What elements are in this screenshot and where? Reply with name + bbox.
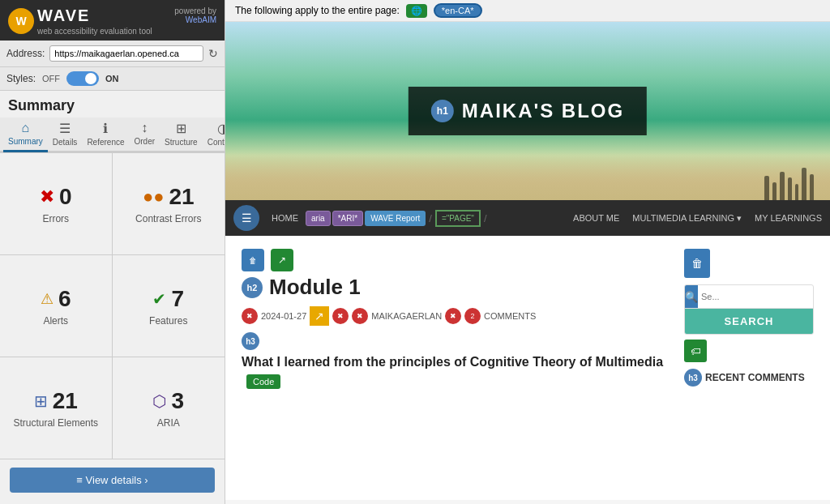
meta-badge2: ✖ — [332, 308, 349, 324]
top-bar: The following apply to the entire page: … — [225, 0, 830, 22]
search-button[interactable]: SEARCH — [685, 309, 813, 334]
h2-badge: h2 — [242, 277, 263, 298]
tab-summary-label: Summary — [8, 137, 43, 146]
nav-multimedia[interactable]: MULTIMEDIA LEARNING ▾ — [632, 213, 742, 224]
person-silhouette — [780, 172, 785, 200]
styles-label: Styles: — [6, 73, 36, 84]
wave-panel: W WAVE web accessibility evaluation tool… — [0, 0, 225, 504]
summary-icon: ⌂ — [22, 121, 30, 135]
person-silhouette — [764, 176, 769, 200]
nav-separator: / — [429, 212, 432, 224]
post-date: 2024-01-27 — [261, 311, 306, 321]
search-icon: 🔍 — [685, 291, 698, 303]
nav-bar: ☰ HOME aria *ARI* WAVE Report / ="PAGE" … — [225, 200, 830, 236]
nav-home[interactable]: HOME — [266, 210, 304, 226]
tab-order[interactable]: ↕ Order — [130, 117, 160, 152]
tab-contrast-label: Contrast — [208, 138, 225, 147]
nav-learnings[interactable]: MY LEARNINGS — [755, 213, 822, 223]
stat-features: ✔ 7 Features — [113, 255, 225, 357]
person-silhouette — [795, 184, 798, 200]
h1-badge: h1 — [431, 100, 454, 122]
tab-summary[interactable]: ⌂ Summary — [3, 117, 48, 152]
reference-icon: ℹ — [103, 121, 108, 136]
view-details-button[interactable]: ≡ View details › — [10, 468, 215, 493]
styles-off-label: OFF — [42, 74, 60, 83]
hero-image: h1 MAIKA'S BLOG — [225, 22, 830, 200]
tab-details[interactable]: ☰ Details — [48, 117, 83, 152]
search-input-row: 🔍 ✖ — [685, 285, 813, 309]
meta-arrow-badge: ↗ — [310, 306, 329, 326]
person-silhouette — [802, 168, 806, 200]
nav-list-icon: ☰ — [233, 205, 259, 231]
globe-icon: 🌐 — [411, 6, 422, 16]
sidebar-icon-row: 🗑 — [684, 249, 814, 278]
order-icon: ↕ — [141, 121, 148, 135]
meta-date-badge: ✖ — [242, 308, 258, 324]
powered-by: powered by WebAIM — [174, 6, 216, 24]
wave-logo: W WAVE web accessibility evaluation tool — [8, 6, 152, 36]
content-area: 🗑 ↗ h2 Module 1 ✖ 2024-01-27 ↗ — [225, 236, 830, 500]
person-silhouette — [788, 177, 792, 200]
recent-h3-badge: h3 — [684, 369, 702, 387]
meta-row: ✖ 2024-01-27 ↗ ✖ ✖ MAIKAGAERLAN ✖ 2 COMM… — [242, 306, 668, 326]
refresh-button[interactable]: ↻ — [208, 47, 218, 60]
summary-title: Summary — [0, 91, 225, 117]
wave-blue-icon: 🗑 — [242, 249, 264, 271]
person-silhouette — [772, 182, 777, 200]
structural-count: 21 — [53, 388, 78, 414]
recent-comments: h3 RECENT COMMENTS — [684, 369, 814, 387]
search-input[interactable] — [698, 288, 814, 305]
webaim-link[interactable]: WebAIM — [186, 15, 216, 24]
lang-tag: *en-CA* — [434, 3, 482, 18]
structural-label: Structural Elements — [13, 417, 98, 429]
wave-green-icon: ↗ — [271, 249, 293, 271]
wave-subtitle: web accessibility evaluation tool — [37, 27, 152, 36]
structure-icon: ⊞ — [176, 121, 186, 136]
arrow-icon: ↗ — [314, 310, 324, 322]
stats-grid: ✖ 0 Errors ●● 21 Contrast Errors ⚠ 6 Ale… — [0, 152, 225, 459]
sidebar-trash-icon: 🗑 — [684, 249, 710, 278]
person-silhouette — [810, 174, 814, 200]
nav-wave-report: WAVE Report — [365, 211, 426, 226]
nav-breadcrumb: HOME aria *ARI* WAVE Report / ="PAGE" / — [266, 210, 489, 227]
tab-details-label: Details — [53, 138, 78, 147]
features-icon: ✔ — [152, 289, 166, 309]
styles-toggle[interactable] — [66, 71, 99, 86]
nav-links: ABOUT ME MULTIMEDIA LEARNING ▾ MY LEARNI… — [573, 213, 822, 224]
nav-about[interactable]: ABOUT ME — [573, 213, 619, 223]
tag-icon: 🏷 — [684, 340, 707, 362]
errors-label: Errors — [42, 213, 69, 224]
toggle-knob — [85, 73, 96, 84]
styles-on-label: ON — [105, 74, 119, 83]
features-count: 7 — [171, 286, 184, 312]
wave-header: W WAVE web accessibility evaluation tool… — [0, 0, 225, 41]
aria-label: ARIA — [157, 417, 180, 429]
structural-icon: ⊞ — [34, 391, 48, 411]
meta-comments-badge: 2 — [464, 308, 481, 324]
nav-separator2: / — [484, 212, 487, 224]
styles-bar: Styles: OFF ON — [0, 67, 225, 91]
tab-structure[interactable]: ⊞ Structure — [160, 117, 203, 152]
tab-reference[interactable]: ℹ Reference — [82, 117, 129, 152]
features-label: Features — [149, 315, 187, 327]
details-icon: ☰ — [59, 121, 71, 136]
right-sidebar: 🗑 🔍 ✖ SEARCH 🏷 — [684, 249, 814, 487]
stat-aria: ⬡ 3 ARIA — [113, 357, 225, 459]
nav-aria1: aria — [306, 211, 331, 226]
address-label: Address: — [6, 48, 45, 59]
top-bar-message: The following apply to the entire page: — [235, 5, 400, 16]
module-header-icons: 🗑 ↗ — [242, 249, 668, 271]
module-title: Module 1 — [269, 275, 361, 300]
address-input[interactable] — [49, 45, 203, 62]
wave-logo-text: WAVE — [37, 6, 152, 25]
tab-structure-label: Structure — [165, 138, 198, 147]
contrast-errors-count: 21 — [169, 184, 194, 210]
stat-contrast-errors: ●● 21 Contrast Errors — [113, 153, 225, 255]
tab-contrast[interactable]: ◑ Contrast — [203, 117, 225, 152]
blog-area: h1 MAIKA'S BLOG ☰ HOME aria *ARI* WAVE R — [225, 22, 830, 500]
right-panel: The following apply to the entire page: … — [225, 0, 830, 504]
errors-icon: ✖ — [40, 186, 54, 207]
wave-logo-letter: W — [15, 15, 26, 28]
blog-title: MAIKA'S BLOG — [462, 100, 624, 122]
chevron-down-icon: ▾ — [737, 213, 742, 224]
